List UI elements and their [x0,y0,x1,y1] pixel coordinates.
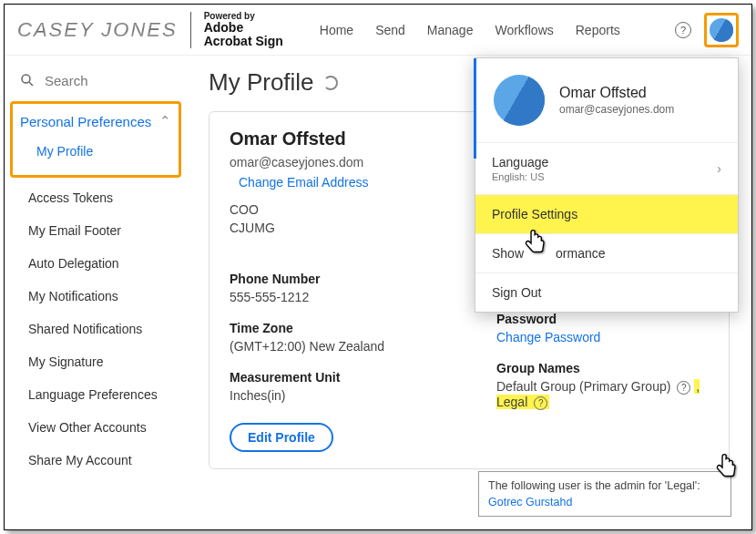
help-icon[interactable]: ? [675,22,691,38]
search-icon [19,72,36,88]
password-label: Password [496,312,709,326]
sidebar-item-language-preferences[interactable]: Language Preferences [5,378,187,411]
sidebar-item-access-tokens[interactable]: Access Tokens [5,181,187,214]
nav-manage[interactable]: Manage [427,23,474,37]
groups-value: Default Group (Primary Group) ? , Legal … [496,379,709,410]
sidebar-item-my-signature[interactable]: My Signature [5,345,187,378]
nav-send[interactable]: Send [375,23,405,37]
user-menu: Omar Offsted omar@caseyjones.dom Languag… [475,57,739,313]
sidebar-section-personal-preferences: Personal Preferences ⌃ My Profile [10,101,181,178]
menu-profile-settings[interactable]: Profile Settings [475,195,738,234]
measurement-value: Inches(in) [230,388,442,403]
phone-value: 555-555-1212 [230,290,442,304]
sidebar-item-shared-notifications[interactable]: Shared Notifications [5,313,187,345]
refresh-icon[interactable] [323,76,338,90]
chevron-right-icon: › [717,161,721,176]
menu-sign-out[interactable]: Sign Out [475,273,738,312]
user-menu-header: Omar Offsted omar@caseyjones.dom [475,58,738,143]
top-nav: Home Send Manage Workflows Reports [320,23,620,37]
help-icon[interactable]: ? [534,396,547,410]
sidebar-item-auto-delegation[interactable]: Auto Delegation [5,247,187,280]
nav-workflows[interactable]: Workflows [495,23,553,37]
search-input[interactable]: Search [5,67,187,101]
accent-bar [474,58,476,159]
brand-logo: CASEY JONES [17,18,178,42]
avatar-icon [494,75,545,126]
avatar-button[interactable] [704,13,739,47]
sidebar-item-my-profile[interactable]: My Profile [20,135,171,168]
svg-point-0 [22,75,30,83]
svg-line-1 [29,82,33,86]
edit-profile-button[interactable]: Edit Profile [230,423,333,452]
sidebar-list: Access Tokens My Email Footer Auto Deleg… [5,181,187,477]
chevron-up-icon: ⌃ [159,113,171,129]
help-icon[interactable]: ? [677,381,690,395]
change-password-link[interactable]: Change Password [496,330,709,344]
sidebar-item-my-notifications[interactable]: My Notifications [5,280,187,313]
admin-tooltip: The following user is the admin for 'Leg… [478,471,731,517]
user-menu-name: Omar Offsted [559,85,674,101]
powered-by: Powered by Adobe Acrobat Sign [204,11,283,49]
timezone-value: (GMT+12:00) New Zealand [230,339,442,354]
app-header: CASEY JONES Powered by Adobe Acrobat Sig… [5,5,751,56]
nav-home[interactable]: Home [320,23,353,37]
sidebar: Search Personal Preferences ⌃ My Profile… [5,56,187,529]
measurement-label: Measurement Unit [230,370,442,385]
sidebar-item-email-footer[interactable]: My Email Footer [5,214,187,247]
groups-label: Group Names [496,361,709,375]
timezone-label: Time Zone [230,321,442,335]
admin-link[interactable]: Gotrec Gurstahd [488,496,721,508]
sidebar-item-share-my-account[interactable]: Share My Account [5,444,187,477]
sidebar-section-header[interactable]: Personal Preferences ⌃ [20,113,171,135]
sidebar-item-view-other-accounts[interactable]: View Other Accounts [5,411,187,444]
nav-reports[interactable]: Reports [576,23,620,37]
menu-show-performance[interactable]: Show ormance [475,234,738,273]
phone-label: Phone Number [230,272,442,286]
avatar-icon [710,18,733,42]
divider [190,12,191,48]
user-menu-email: omar@caseyjones.dom [559,103,674,116]
menu-language[interactable]: Language English: US › [475,143,738,195]
